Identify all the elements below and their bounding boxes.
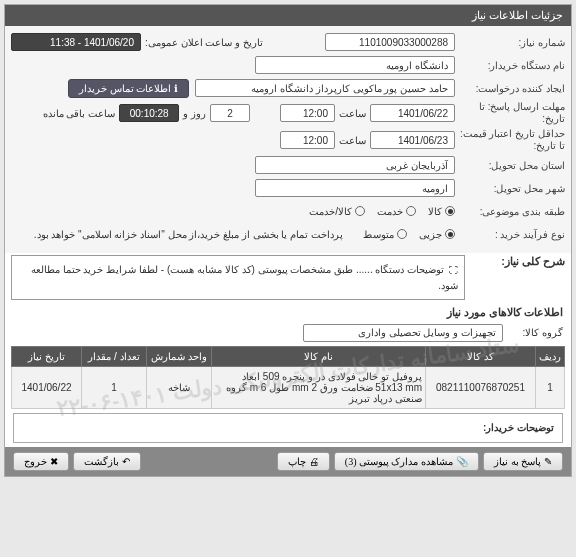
remain-label: ساعت باقی مانده — [43, 108, 116, 119]
exit-icon: ✖ — [50, 456, 58, 467]
days-value: 2 — [210, 104, 250, 122]
process-radio-group: جزیی متوسط پرداخت تمام یا بخشی از مبلغ خ… — [34, 229, 455, 240]
reply-button[interactable]: ✎پاسخ به نیاز — [483, 452, 563, 471]
buyer-label: نام دستگاه خریدار: — [455, 60, 565, 71]
desc-text: توضیحات دستگاه ...... طبق مشخصات پیوستی … — [31, 264, 458, 291]
col-date: تاریخ نیاز — [12, 346, 82, 366]
process-note: پرداخت تمام یا بخشی از مبلغ خرید،از محل … — [34, 229, 343, 240]
cell-idx: 1 — [536, 366, 565, 408]
expand-icon[interactable]: ⛶ — [449, 265, 458, 275]
province-value: آذربایجان غربی — [255, 156, 455, 174]
cell-name: پروفیل تو خالی فولادی در و پنجره 509 ابع… — [212, 366, 426, 408]
col-idx: ردیف — [536, 346, 565, 366]
col-unit: واحد شمارش — [147, 346, 212, 366]
radio-service[interactable]: خدمت — [377, 206, 416, 217]
countdown: 00:10:28 — [119, 104, 179, 122]
radio-dot-icon — [406, 206, 416, 216]
radio-dot-icon — [445, 229, 455, 239]
goods-table-wrap: ستاد سامانه تدارکات الکترونیکی دولت ۱۴۰۱… — [5, 346, 571, 409]
category-label: طبقه بندی موضوعی: — [455, 206, 565, 217]
cell-unit: شاخه — [147, 366, 212, 408]
requester-value: حامد حسین پور ماکویی کارپرداز دانشگاه ار… — [195, 79, 455, 97]
cell-date: 1401/06/22 — [12, 366, 82, 408]
deadline-date: 1401/06/22 — [370, 104, 455, 122]
province-label: استان محل تحویل: — [455, 160, 565, 171]
print-icon: 🖨 — [309, 456, 319, 467]
buyer-value: دانشگاه ارومیه — [255, 56, 455, 74]
radio-both[interactable]: کالا/خدمت — [309, 206, 365, 217]
print-button[interactable]: 🖨چاپ — [277, 452, 330, 471]
back-icon: ↶ — [122, 456, 130, 467]
desc-box: ⛶ توضیحات دستگاه ...... طبق مشخصات پیوست… — [11, 255, 465, 300]
group-label: گروه کالا: — [503, 327, 563, 338]
buyer-notes-label: توضیحات خریدار: — [483, 422, 554, 434]
city-value: ارومیه — [255, 179, 455, 197]
days-label: روز و — [183, 108, 206, 119]
req-no-label: شماره نیاز: — [455, 37, 565, 48]
footer-bar: ✎پاسخ به نیاز 📎مشاهده مدارک پیوستی (3) 🖨… — [5, 447, 571, 476]
radio-partial[interactable]: جزیی — [419, 229, 455, 240]
details-panel: جزئیات اطلاعات نیاز شماره نیاز: 11010090… — [4, 4, 572, 477]
reply-icon: ✎ — [544, 456, 552, 467]
form-area: شماره نیاز: 1101009033000288 تاریخ و ساع… — [5, 26, 571, 253]
info-icon: ℹ — [174, 83, 178, 94]
contact-button[interactable]: ℹ اطلاعات تماس خریدار — [68, 79, 189, 98]
panel-title: جزئیات اطلاعات نیاز — [5, 5, 571, 26]
radio-goods[interactable]: کالا — [428, 206, 455, 217]
back-button[interactable]: ↶بازگشت — [73, 452, 141, 471]
announce-value: 1401/06/20 - 11:38 — [11, 33, 141, 51]
deadline-time: 12:00 — [280, 104, 335, 122]
time-label-2: ساعت — [339, 135, 366, 146]
city-label: شهر محل تحویل: — [455, 183, 565, 194]
category-radio-group: کالا خدمت کالا/خدمت — [309, 206, 455, 217]
attachments-button[interactable]: 📎مشاهده مدارک پیوستی (3) — [334, 452, 479, 471]
validity-time: 12:00 — [280, 131, 335, 149]
goods-section-title: اطلاعات کالاهای مورد نیاز — [5, 302, 571, 323]
exit-button[interactable]: ✖خروج — [13, 452, 69, 471]
time-label-1: ساعت — [339, 108, 366, 119]
buyer-notes-box: توضیحات خریدار: — [13, 413, 563, 443]
deadline-label: مهلت ارسال پاسخ: تا تاریخ: — [455, 101, 565, 125]
req-no-value: 1101009033000288 — [325, 33, 455, 51]
radio-medium[interactable]: متوسط — [363, 229, 407, 240]
requester-label: ایجاد کننده درخواست: — [455, 83, 565, 94]
process-label: نوع فرآیند خرید : — [455, 229, 565, 240]
col-name: نام کالا — [212, 346, 426, 366]
desc-label: شرح کلی نیاز: — [465, 255, 565, 268]
radio-dot-icon — [397, 229, 407, 239]
radio-dot-icon — [445, 206, 455, 216]
cell-code: 0821110076870251 — [426, 366, 536, 408]
table-row[interactable]: 1 0821110076870251 پروفیل تو خالی فولادی… — [12, 366, 565, 408]
announce-label: تاریخ و ساعت اعلان عمومی: — [145, 37, 263, 48]
validity-label: حداقل تاریخ اعتبار قیمت: تا تاریخ: — [455, 128, 565, 152]
cell-qty: 1 — [82, 366, 147, 408]
col-qty: تعداد / مقدار — [82, 346, 147, 366]
col-code: کد کالا — [426, 346, 536, 366]
goods-table: ردیف کد کالا نام کالا واحد شمارش تعداد /… — [11, 346, 565, 409]
group-value: تجهیزات و وسایل تحصیلی واداری — [303, 324, 503, 342]
radio-dot-icon — [355, 206, 365, 216]
validity-date: 1401/06/23 — [370, 131, 455, 149]
attachment-icon: 📎 — [456, 456, 468, 467]
